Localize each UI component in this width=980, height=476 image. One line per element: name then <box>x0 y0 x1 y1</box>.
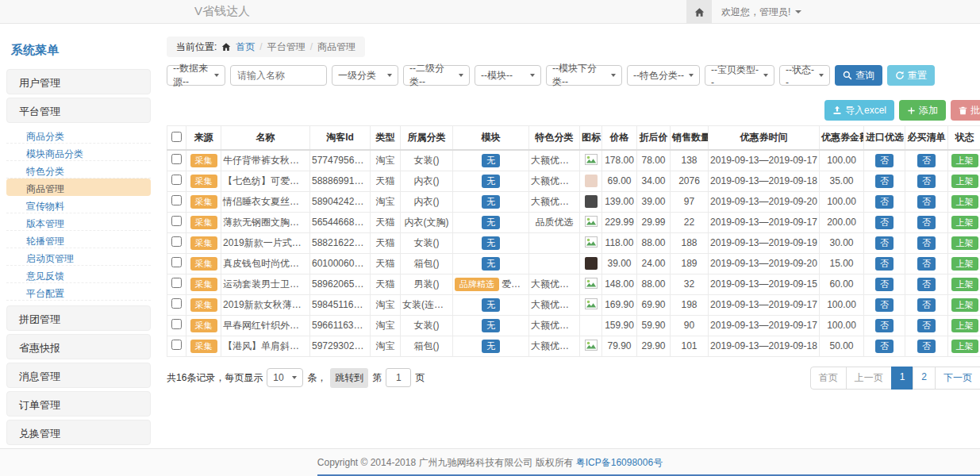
status-badge[interactable]: 上架 <box>951 216 978 229</box>
status-badge[interactable]: 上架 <box>951 257 978 271</box>
cell-coupon-time: 2019-09-13—2019-09-20 <box>709 191 820 212</box>
status-badge[interactable]: 上架 <box>951 298 978 312</box>
row-checkbox[interactable] <box>171 298 182 309</box>
cell-taoke-id: 598451162391 <box>310 294 371 315</box>
must-buy-toggle[interactable]: 否 <box>917 195 936 209</box>
sidebar-item[interactable]: 商品分类 <box>6 126 151 144</box>
status-badge[interactable]: 上架 <box>951 154 978 167</box>
status-badge[interactable]: 上架 <box>951 340 978 353</box>
sidebar-item[interactable]: 意见反馈 <box>6 266 151 283</box>
filter-select-6[interactable]: --宝贝类型-- <box>705 65 774 86</box>
row-checkbox[interactable] <box>171 236 182 247</box>
row-checkbox[interactable] <box>171 195 182 205</box>
row-checkbox[interactable] <box>171 154 182 164</box>
filter-select-2[interactable]: --二级分类-- <box>403 65 470 86</box>
user-menu[interactable]: 欢迎您，管理员! <box>712 0 811 24</box>
pager-first[interactable]: 首页 <box>810 367 847 390</box>
per-page-select[interactable]: 10 <box>267 368 303 387</box>
sidebar-item[interactable]: 轮播管理 <box>6 231 151 248</box>
cell-must-buy: 否 <box>905 232 948 253</box>
imported-toggle[interactable]: 否 <box>875 298 894 312</box>
row-checkbox[interactable] <box>171 340 182 350</box>
sidebar-section[interactable]: 兑换管理 <box>6 420 151 445</box>
must-buy-toggle[interactable]: 否 <box>917 319 936 332</box>
imported-toggle[interactable]: 否 <box>875 216 894 229</box>
select-value: --二级分类-- <box>409 62 455 89</box>
imported-toggle[interactable]: 否 <box>875 257 894 271</box>
must-buy-toggle[interactable]: 否 <box>917 154 936 167</box>
imported-toggle[interactable]: 否 <box>875 236 894 250</box>
sidebar-section[interactable]: 用户管理 <box>6 69 151 94</box>
row-checkbox[interactable] <box>171 257 182 267</box>
page-jump-input[interactable] <box>386 368 411 387</box>
status-badge[interactable]: 上架 <box>951 278 978 291</box>
must-buy-toggle[interactable]: 否 <box>917 216 936 229</box>
breadcrumb-item-goods[interactable]: 商品管理 <box>317 40 355 54</box>
batch-delete-button[interactable]: 批量删除 <box>951 100 980 121</box>
table-row: 采集真皮钱包时尚优雅女士...601000601341天猫箱包()无39.002… <box>167 253 980 274</box>
cell-select <box>167 191 186 212</box>
sidebar-section[interactable]: 省惠快报 <box>6 334 151 359</box>
select-all-checkbox[interactable] <box>171 132 182 142</box>
sidebar-item[interactable]: 宣传物料 <box>6 196 151 213</box>
must-buy-toggle[interactable]: 否 <box>917 257 936 271</box>
row-checkbox[interactable] <box>171 278 182 288</box>
search-button[interactable]: 查询 <box>835 65 882 86</box>
status-badge[interactable]: 上架 <box>951 175 978 188</box>
sidebar-item[interactable]: 版本管理 <box>6 213 151 231</box>
cell-taoke-id: 588869917501 <box>310 171 371 191</box>
cell-select <box>167 232 186 253</box>
imported-toggle[interactable]: 否 <box>875 319 894 332</box>
filter-select-1[interactable]: 一级分类 <box>332 65 398 86</box>
row-checkbox[interactable] <box>171 319 182 329</box>
must-buy-toggle[interactable]: 否 <box>917 236 936 250</box>
filter-select-source[interactable]: --数据来源-- <box>167 65 225 86</box>
add-button[interactable]: 添加 <box>899 100 946 121</box>
sidebar-item[interactable]: 平台配置 <box>6 283 151 301</box>
status-badge[interactable]: 上架 <box>951 319 978 332</box>
imported-toggle[interactable]: 否 <box>875 175 894 188</box>
module-badge: 无 <box>482 319 500 332</box>
sidebar-section[interactable]: 平台管理 <box>6 98 151 123</box>
home-button[interactable] <box>686 0 712 24</box>
must-buy-toggle[interactable]: 否 <box>917 278 936 291</box>
sidebar-section[interactable]: 消息管理 <box>6 363 151 388</box>
source-badge: 采集 <box>190 340 217 353</box>
filter-select-4[interactable]: --模块下分类-- <box>546 65 622 86</box>
breadcrumb-item-platform[interactable]: 平台管理 <box>267 40 306 54</box>
row-checkbox[interactable] <box>171 175 182 185</box>
must-buy-toggle[interactable]: 否 <box>917 175 936 188</box>
filter-select-5[interactable]: --特色分类-- <box>627 65 700 86</box>
sidebar-item[interactable]: 特色分类 <box>6 161 151 178</box>
name-search-input[interactable] <box>230 65 327 86</box>
pager-prev[interactable]: 上一页 <box>846 367 892 390</box>
import-excel-button[interactable]: 导入excel <box>824 100 894 121</box>
status-badge[interactable]: 上架 <box>951 236 978 250</box>
filter-select-7[interactable]: --状态-- <box>779 65 830 86</box>
jump-button[interactable]: 跳转到 <box>330 368 368 388</box>
imported-toggle[interactable]: 否 <box>875 278 894 291</box>
reset-button[interactable]: 重置 <box>887 65 935 86</box>
pager-page[interactable]: 2 <box>913 367 936 390</box>
row-checkbox[interactable] <box>171 216 182 226</box>
must-buy-toggle[interactable]: 否 <box>917 340 936 353</box>
pager-next[interactable]: 下一页 <box>935 367 980 390</box>
pager-page[interactable]: 1 <box>891 367 914 390</box>
sidebar-item-active[interactable]: 商品管理 <box>6 178 151 196</box>
filter-select-3[interactable]: --模块-- <box>475 65 541 86</box>
source-badge: 采集 <box>190 298 217 312</box>
imported-toggle[interactable]: 否 <box>875 340 894 353</box>
status-badge[interactable]: 上架 <box>951 195 978 209</box>
must-buy-toggle[interactable]: 否 <box>917 298 936 312</box>
imported-toggle[interactable]: 否 <box>875 154 894 167</box>
sidebar-section[interactable]: 订单管理 <box>6 391 151 416</box>
breadcrumb-home-link[interactable]: 首页 <box>236 40 255 54</box>
sidebar-item[interactable]: 模块商品分类 <box>6 144 151 161</box>
sidebar-item[interactable]: 启动页管理 <box>6 248 151 266</box>
imported-toggle[interactable]: 否 <box>875 195 894 209</box>
sidebar-section[interactable]: 拼团管理 <box>6 305 151 331</box>
table-row: 采集【港风】单肩斜跨链条...597293020870淘宝箱包()无大额优惠券7… <box>167 336 980 356</box>
column-header: 优惠券金额 <box>820 126 864 151</box>
cell-coupon-time: 2019-09-13—2019-09-15 <box>709 274 820 294</box>
icp-link[interactable]: 粤ICP备16098006号 <box>576 456 663 470</box>
